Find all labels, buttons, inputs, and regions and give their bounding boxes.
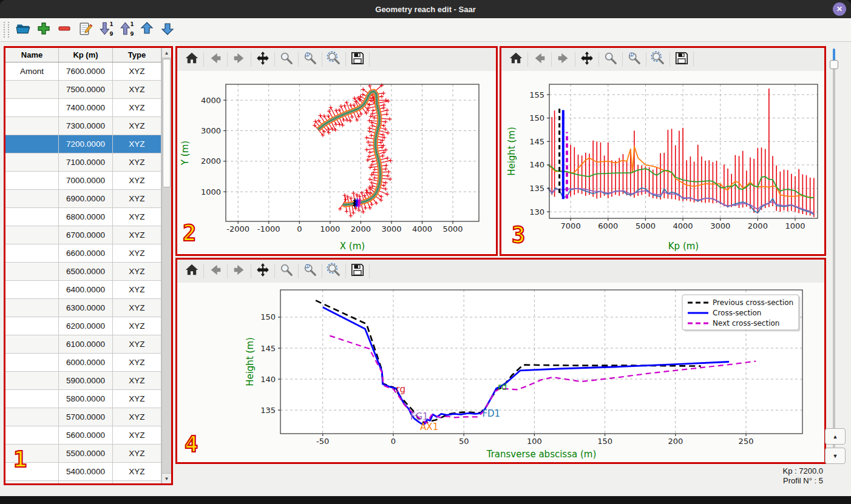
table-cell[interactable]: XYZ <box>113 281 161 299</box>
profile-down-button[interactable]: ▼ <box>825 448 846 464</box>
table-cell[interactable]: 7200.0000 <box>59 135 113 153</box>
table-row[interactable]: 6100.0000XYZ <box>5 335 161 354</box>
table-cell[interactable] <box>5 481 59 483</box>
scroll-up-icon[interactable]: ▲ <box>162 48 171 58</box>
table-cell[interactable]: 7100.0000 <box>59 153 113 172</box>
table-cell[interactable]: 5700.0000 <box>59 408 113 426</box>
table-cell[interactable]: XYZ <box>113 81 161 99</box>
table-cell[interactable]: XYZ <box>113 426 161 445</box>
edit-profile-button[interactable] <box>75 21 95 39</box>
scrollbar-thumb[interactable] <box>163 59 171 187</box>
table-cell[interactable] <box>5 226 59 244</box>
table-row[interactable]: 7100.0000XYZ <box>5 153 161 172</box>
table-row[interactable]: 7400.0000XYZ <box>5 99 161 117</box>
table-cell[interactable] <box>5 117 59 135</box>
table-cell[interactable] <box>5 244 59 263</box>
table-cell[interactable]: 7500.0000 <box>59 81 113 99</box>
table-cell[interactable]: XYZ <box>113 299 161 317</box>
pan-button[interactable] <box>253 50 273 69</box>
table-cell[interactable]: XYZ <box>113 244 161 263</box>
table-cell[interactable]: 6700.0000 <box>59 226 113 244</box>
zoom-button[interactable] <box>277 262 296 280</box>
table-cell[interactable]: 6500.0000 <box>59 263 113 281</box>
table-cell[interactable]: 7000.0000 <box>59 172 113 190</box>
table-cell[interactable] <box>5 190 59 208</box>
table-cell[interactable] <box>5 99 59 117</box>
table-cell[interactable]: XYZ <box>113 481 161 483</box>
close-button[interactable]: ✕ <box>833 2 846 16</box>
table-cell[interactable] <box>5 372 59 390</box>
table-row[interactable]: 6800.0000XYZ <box>5 208 161 226</box>
save-button[interactable] <box>348 262 367 280</box>
table-cell[interactable]: XYZ <box>113 335 161 354</box>
table-header-type[interactable]: Type <box>113 48 161 62</box>
table-cell[interactable]: XYZ <box>113 62 161 81</box>
scroll-down-icon[interactable]: ▼ <box>162 473 171 483</box>
zoom-in-button[interactable]: 1 <box>300 262 320 280</box>
table-cell[interactable]: 7600.0000 <box>59 62 113 81</box>
table-cell[interactable]: 5800.0000 <box>59 390 113 408</box>
add-profile-button[interactable] <box>34 21 53 39</box>
table-row[interactable]: 5500.0000XYZ <box>5 445 161 463</box>
table-cell[interactable]: XYZ <box>113 445 161 463</box>
table-cell[interactable] <box>5 390 59 408</box>
table-cell[interactable]: XYZ <box>113 390 161 408</box>
table-cell[interactable] <box>5 81 59 99</box>
table-cell[interactable]: XYZ <box>113 208 161 226</box>
table-row[interactable]: 5900.0000XYZ <box>5 372 161 390</box>
table-row[interactable]: Amont7600.0000XYZ <box>5 62 161 81</box>
sort-descending-button[interactable]: 19 <box>96 21 115 39</box>
zoom-selection-button[interactable] <box>324 262 344 280</box>
move-up-button[interactable] <box>137 21 157 39</box>
profile-slider[interactable] <box>830 49 838 448</box>
table-cell[interactable]: XYZ <box>113 172 161 190</box>
table-cell[interactable] <box>5 335 59 354</box>
table-row[interactable]: 7500.0000XYZ <box>5 81 161 99</box>
back-button[interactable] <box>206 50 225 69</box>
zoom-button[interactable] <box>601 50 620 69</box>
table-row[interactable]: 5700.0000XYZ <box>5 408 161 426</box>
table-cell[interactable] <box>5 263 59 281</box>
table-row[interactable]: 7000.0000XYZ <box>5 172 161 190</box>
table-cell[interactable] <box>5 135 59 153</box>
table-cell[interactable]: 5500.0000 <box>59 445 113 463</box>
sort-ascending-button[interactable]: 19 <box>117 21 136 39</box>
table-cell[interactable]: Amont <box>5 62 59 81</box>
table-cell[interactable]: XYZ <box>113 190 161 208</box>
zoom-selection-button[interactable] <box>648 50 668 69</box>
table-cell[interactable] <box>5 172 59 190</box>
table-cell[interactable] <box>5 317 59 335</box>
save-button[interactable] <box>348 50 367 69</box>
table-cell[interactable]: XYZ <box>113 263 161 281</box>
table-cell[interactable]: XYZ <box>113 372 161 390</box>
table-row[interactable]: 6300.0000XYZ <box>5 299 161 317</box>
home-button[interactable] <box>182 50 202 69</box>
table-cell[interactable] <box>5 426 59 445</box>
table-cell[interactable]: 6300.0000 <box>59 299 113 317</box>
table-cell[interactable]: XYZ <box>113 153 161 172</box>
toolbar-grip[interactable] <box>4 22 9 38</box>
slider-groove[interactable] <box>833 49 835 448</box>
table-cell[interactable] <box>5 281 59 299</box>
table-cell[interactable] <box>5 299 59 317</box>
table-cell[interactable]: 5300.0000 <box>59 481 113 483</box>
table-cell[interactable]: 6600.0000 <box>59 244 113 263</box>
table-row[interactable]: 5800.0000XYZ <box>5 390 161 408</box>
table-row[interactable]: 6000.0000XYZ <box>5 354 161 372</box>
profile-up-button[interactable]: ▲ <box>825 428 846 445</box>
home-button[interactable] <box>506 50 526 69</box>
save-button[interactable] <box>672 50 691 69</box>
table-cell[interactable]: 6000.0000 <box>59 354 113 372</box>
open-file-button[interactable] <box>13 21 33 39</box>
table-cell[interactable]: 5600.0000 <box>59 426 113 445</box>
table-cell[interactable]: XYZ <box>113 99 161 117</box>
table-cell[interactable]: XYZ <box>113 226 161 244</box>
table-cell[interactable]: XYZ <box>113 135 161 153</box>
table-cell[interactable] <box>5 153 59 172</box>
longitudinal-figure[interactable]: 7000600050004000300020001000130135140145… <box>501 71 824 254</box>
forward-button[interactable] <box>229 262 249 280</box>
table-cell[interactable]: XYZ <box>113 408 161 426</box>
pan-button[interactable] <box>253 262 273 280</box>
table-header-kp[interactable]: Kp (m) <box>59 48 113 62</box>
table-row[interactable]: 6600.0000XYZ <box>5 244 161 263</box>
